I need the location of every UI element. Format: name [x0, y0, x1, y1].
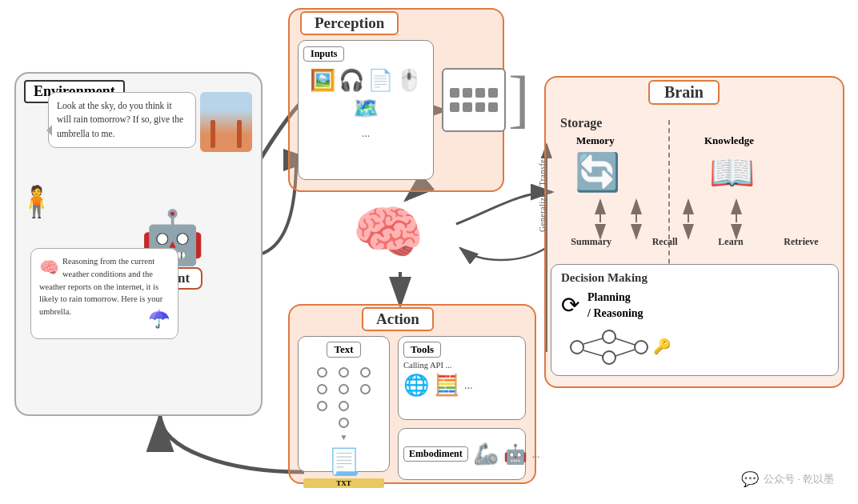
- encoder-box: [442, 68, 506, 132]
- svg-point-6: [635, 341, 648, 354]
- chat-bubble-bottom: 🧠 Reasoning from the current weather con…: [30, 248, 178, 339]
- person-icon: 🧍: [18, 184, 55, 219]
- tools-label: Tools: [403, 342, 441, 358]
- text-action-box: Text ▼ 📃 TXT: [298, 336, 390, 472]
- book-icon: 📖: [709, 150, 755, 194]
- decision-title: Decision Making: [561, 271, 828, 285]
- umbrella-icon: ☂️: [148, 306, 170, 332]
- text-action-label: Text: [327, 342, 360, 358]
- globe-icon: 🌐: [403, 373, 429, 398]
- map-icon: 🗺️: [353, 96, 379, 121]
- inputs-icons: 🖼️ 🎧 📄 🖱️ 🗺️: [303, 65, 428, 124]
- action-label: Action: [362, 307, 434, 331]
- svg-point-5: [603, 351, 615, 364]
- image-icon: 🖼️: [310, 68, 335, 93]
- svg-line-7: [583, 338, 603, 344]
- planning-icons: 🔑: [561, 327, 828, 369]
- brain-center-icon: 🧠: [352, 198, 424, 266]
- txt-doc-icon: 📃: [303, 446, 384, 477]
- brain-labels-row: Summary Recall Learn Retrieve: [551, 236, 839, 248]
- summary-label: Summary: [571, 236, 611, 248]
- bridge-image: [200, 92, 252, 152]
- recall-label: Recall: [652, 236, 678, 248]
- generalize-label: Generalize / Transfer: [538, 156, 547, 232]
- inputs-label: Inputs: [303, 46, 344, 62]
- decision-box: Decision Making ⟳ Planning/ Reasoning 🔑: [551, 264, 839, 376]
- calculator-icon: 🧮: [434, 373, 459, 398]
- retrieve-label: Retrieve: [784, 236, 818, 248]
- svg-line-8: [583, 350, 603, 356]
- tools-dots: ...: [464, 379, 473, 392]
- tools-calling: Calling API ...: [403, 361, 520, 370]
- planning-label: Planning/ Reasoning: [587, 290, 644, 321]
- knowledge-label: Knowledge: [704, 134, 754, 147]
- svg-line-9: [615, 338, 635, 345]
- embodiment-label: Embodiment: [403, 446, 468, 462]
- bracket-right: ]: [508, 62, 530, 135]
- memory-icon: 🔄: [575, 150, 620, 194]
- svg-point-3: [571, 341, 583, 354]
- flow-diagram-icon: ⟳: [561, 292, 579, 318]
- audio-icon: 🎧: [339, 68, 364, 93]
- inputs-box: Inputs 🖼️ 🎧 📄 🖱️ 🗺️ ...: [298, 40, 434, 180]
- svg-line-10: [615, 350, 635, 356]
- svg-text:🔑: 🔑: [653, 338, 672, 355]
- robot-bot-icon: 🤖: [503, 443, 527, 466]
- robot-arm-icon: 🦾: [473, 442, 499, 466]
- storage-label: Storage: [560, 116, 602, 130]
- svg-point-4: [603, 330, 615, 343]
- brain-box-label: Brain: [648, 80, 720, 105]
- watermark-text: 公众号 · 乾以墨: [764, 472, 834, 486]
- learn-label: Learn: [718, 236, 743, 248]
- chat-bubble-top: Look at the sky, do you think it will ra…: [48, 92, 196, 148]
- watermark: 💬 公众号 · 乾以墨: [741, 470, 834, 488]
- inputs-dots: ...: [303, 127, 428, 140]
- memory-label: Memory: [576, 134, 615, 147]
- perception-label: Perception: [300, 11, 399, 35]
- embodiment-dots: ...: [532, 448, 540, 461]
- wechat-icon: 💬: [741, 470, 759, 488]
- embodiment-box: Embodiment 🦾 🤖 ...: [398, 428, 526, 480]
- dashed-divider: [668, 120, 670, 280]
- cursor-icon: 🖱️: [396, 68, 422, 93]
- neural-net: [303, 367, 384, 428]
- doc-icon: 📄: [367, 68, 393, 93]
- tools-action-box: Tools Calling API ... 🌐 🧮 ...: [398, 336, 526, 420]
- brain-small-icon: 🧠: [39, 255, 59, 279]
